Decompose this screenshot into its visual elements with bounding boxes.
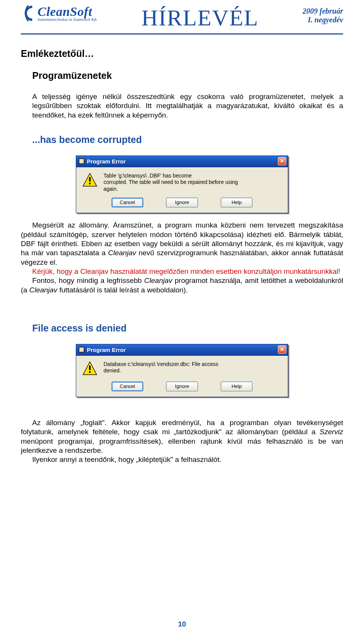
- error-dialog-corrupted: Program Error ✕ Table: [76, 155, 288, 214]
- help-button[interactable]: Help: [221, 198, 253, 207]
- page-header: CleanSoft Számítástechnikai és Számvitel…: [21, 0, 343, 33]
- page-number: 10: [0, 620, 364, 628]
- warning-icon: [82, 173, 97, 188]
- brand-name: CleanSoft: [38, 5, 97, 18]
- msg-line: Table 'g:\cleansys\ .DBF' has become: [104, 173, 238, 179]
- ignore-button[interactable]: Ignore: [166, 198, 198, 207]
- svg-rect-4: [89, 183, 91, 184]
- dialog-message: Database c:\cleansys\ \rendszer.dbc: Fil…: [104, 361, 218, 374]
- dialog-title: Program Error: [87, 346, 126, 353]
- msg-line: corrupted. The table will need to be rep…: [104, 179, 238, 186]
- app-icon: [78, 347, 85, 353]
- newsletter-title: HÍRLEVÉL: [141, 5, 259, 31]
- svg-rect-8: [89, 366, 91, 370]
- warning-consult: Kérjük, hogy a Cleanjav használatát mege…: [21, 267, 343, 276]
- heading-reminder: Emlékeztetőül…: [21, 47, 343, 60]
- svg-rect-1: [80, 159, 83, 163]
- header-divider: [21, 33, 343, 35]
- date-line2: I. negyedév: [303, 16, 343, 24]
- close-icon: ✕: [280, 346, 284, 353]
- svg-rect-3: [89, 177, 91, 182]
- section-access-denied-heading: File access is denied: [32, 322, 343, 334]
- msg-line: again.: [104, 186, 238, 193]
- app-icon: [78, 158, 85, 164]
- warning-icon: [82, 361, 97, 376]
- error-dialog-access-denied: Program Error ✕ Datab: [76, 344, 288, 397]
- svg-rect-9: [89, 371, 91, 373]
- help-button[interactable]: Help: [221, 382, 253, 391]
- cancel-button[interactable]: Cancel: [111, 198, 143, 207]
- logo-icon: [21, 5, 35, 22]
- dialog-message: Table 'g:\cleansys\ .DBF' has become cor…: [104, 173, 238, 193]
- intro-paragraph: A teljesség igénye nélkül összeszedtünk …: [32, 92, 343, 120]
- close-icon: ✕: [280, 158, 284, 165]
- msg-line: Database c:\cleansys\ \rendszer.dbc: Fil…: [104, 361, 218, 368]
- msg-line: denied.: [104, 367, 218, 374]
- logo: CleanSoft Számítástechnikai és Számvitel…: [21, 5, 97, 22]
- brand-tagline: Számítástechnikai és Számviteli Kft.: [38, 17, 97, 22]
- svg-rect-6: [80, 348, 83, 352]
- section-corrupted-heading: ...has become corrupted: [32, 133, 343, 146]
- dialog-title: Program Error: [87, 158, 126, 165]
- close-button[interactable]: ✕: [278, 345, 286, 354]
- heading-program-messages: Programüzenetek: [32, 69, 343, 82]
- access-denied-action: Ilyenkor annyi a teendőnk, hogy „kilépte…: [21, 455, 343, 464]
- date-line1: 2009 február: [303, 7, 343, 16]
- cancel-button[interactable]: Cancel: [111, 382, 143, 391]
- corrupted-explanation: Megsérült az állomány. Áramszünet, a pro…: [21, 221, 343, 267]
- dialog-titlebar: Program Error ✕: [76, 344, 288, 356]
- ignore-button[interactable]: Ignore: [166, 382, 198, 391]
- access-denied-explanation: Az állomány „foglalt". Akkor kapjuk ered…: [21, 418, 343, 455]
- cleanjav-note: Fontos, hogy mindig a legfrissebb Cleanj…: [21, 276, 343, 295]
- issue-date: 2009 február I. negyedév: [303, 5, 343, 24]
- dialog-titlebar: Program Error ✕: [76, 156, 288, 167]
- close-button[interactable]: ✕: [278, 157, 286, 165]
